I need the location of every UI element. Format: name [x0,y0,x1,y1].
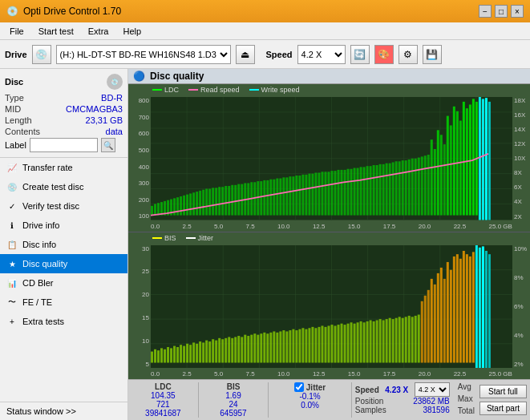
svg-rect-223 [427,289,430,362]
svg-rect-235 [466,254,468,362]
menu-file[interactable]: File [3,25,30,38]
sidebar-item-disc-info[interactable]: 📋 Disc info [0,235,127,254]
lower-y-labels-left: 30 25 20 15 10 5 [128,245,151,369]
svg-rect-19 [157,203,160,215]
minimize-button[interactable]: − [479,5,492,18]
svg-rect-51 [260,181,262,216]
status-window-button[interactable]: Status window >> [0,402,127,420]
x-label-l22-5: 22.5 [454,370,467,378]
drive-icon-btn[interactable]: 💿 [32,45,51,64]
svg-rect-39 [221,187,224,215]
svg-rect-151 [196,343,198,362]
start-part-button[interactable]: Start part [479,402,527,415]
svg-rect-42 [231,185,233,216]
disc-label-input[interactable] [30,138,98,152]
svg-rect-147 [183,345,185,362]
svg-rect-188 [314,328,317,362]
title-bar: 💿 Opti Drive Control 1.70 − □ × [0,0,530,22]
bis-legend: BIS [152,234,176,242]
disc-contents-label: Contents [5,127,40,136]
color-button[interactable]: 🎨 [374,45,394,64]
svg-rect-33 [202,190,204,216]
close-button[interactable]: × [511,5,524,18]
stats-panel: LDC 104.35 721 39841687 BIS 1.69 24 6459… [128,379,530,420]
svg-rect-215 [402,317,404,362]
svg-rect-145 [176,346,179,362]
menu-start-test[interactable]: Start test [32,25,80,38]
x-label-20: 20.0 [419,223,431,230]
save-button[interactable]: 💾 [423,45,442,64]
svg-rect-242 [488,254,491,368]
svg-rect-234 [463,250,465,362]
y-label-20: 20 [130,291,149,298]
stats-bis-max: 24 [202,400,265,409]
samples-row: Samples 381596 [355,406,450,414]
svg-rect-202 [360,321,362,362]
jitter-checkbox[interactable] [294,382,304,392]
disc-mid-value: CMCMAGBA3 [66,104,123,114]
svg-rect-141 [164,349,166,362]
drive-select[interactable]: (H:) HL-DT-ST BD-RE WH16NS48 1.D3 [56,45,231,64]
svg-rect-97 [408,160,411,216]
svg-rect-213 [395,317,398,362]
sidebar-item-disc-quality[interactable]: ★ Disc quality [0,254,127,273]
stats-main-row: LDC 104.35 721 39841687 BIS 1.69 24 6459… [131,382,527,418]
sidebar-item-transfer-rate[interactable]: 📈 Transfer rate [0,158,127,177]
speed-stat-select[interactable]: 4.2 X [415,382,450,397]
svg-rect-78 [347,169,350,216]
svg-rect-109 [447,116,449,216]
y-label-600: 600 [130,130,149,137]
svg-rect-107 [440,135,443,215]
sidebar-item-fe-te-label: FE / TE [22,297,52,307]
x-label-l12-5: 12.5 [313,370,326,378]
disc-quality-title: Disc quality [150,71,204,82]
y-label-2x: 2X [514,213,528,220]
action-buttons: Start full Start part [479,382,527,418]
svg-rect-44 [237,184,240,216]
svg-rect-25 [176,197,179,215]
sidebar-item-drive-info[interactable]: ℹ Drive info [0,216,127,235]
settings-button[interactable]: ⚙ [399,45,418,64]
stats-ldc-total: 39841687 [131,409,195,418]
fe-te-icon: 〜 [6,297,18,308]
svg-rect-65 [305,175,307,216]
title-bar-left: 💿 Opti Drive Control 1.70 [6,6,121,17]
sidebar-item-transfer-rate-label: Transfer rate [22,163,73,172]
svg-rect-178 [282,330,285,362]
stats-speed-col: Speed 4.23 X 4.2 X Position 23862 MB Sam… [355,382,453,418]
sidebar-item-verify-test-disc[interactable]: ✓ Verify test disc [0,196,127,216]
disc-mid-label: MID [5,104,21,114]
sidebar-item-create-test-disc[interactable]: 💿 Create test disc [0,177,127,196]
sidebar-item-cd-bler[interactable]: 📊 CD Bler [0,273,127,293]
svg-rect-187 [311,326,314,362]
menu-extra[interactable]: Extra [82,25,115,38]
svg-rect-201 [357,322,359,362]
disc-quality-panel-icon: 🔵 [133,71,145,82]
svg-rect-95 [402,160,404,215]
svg-rect-119 [479,97,481,220]
svg-rect-71 [324,172,326,215]
svg-rect-138 [154,349,156,362]
lower-y-labels-right: 10% 8% 6% 4% 2% [512,245,530,369]
upper-y-labels-right: 18X 16X 14X 12X 10X 8X 6X 4X 2X [512,97,530,220]
sidebar-item-extra-tests[interactable]: + Extra tests [0,312,127,331]
disc-label-search-btn[interactable]: 🔍 [101,138,115,152]
disc-contents-value: data [106,127,123,136]
svg-rect-101 [421,156,423,215]
svg-rect-94 [399,161,401,215]
refresh-button[interactable]: 🔄 [350,45,370,64]
y-label-500: 500 [130,147,149,154]
y-label-8x: 8X [514,169,528,176]
disc-length-row: Length 23,31 GB [5,115,123,125]
read-speed-legend: Read speed [188,86,240,94]
eject-button[interactable]: ⏏ [236,45,255,64]
speed-select[interactable]: 4.2 X [297,45,346,64]
start-full-button[interactable]: Start full [479,385,527,398]
maximize-button[interactable]: □ [495,5,508,18]
menu-help[interactable]: Help [116,25,148,38]
svg-rect-18 [154,204,156,215]
sidebar-item-fe-te[interactable]: 〜 FE / TE [0,293,127,312]
toolbar: Drive 💿 (H:) HL-DT-ST BD-RE WH16NS48 1.D… [0,40,530,69]
status-window-label: Status window >> [6,406,76,416]
row-labels: Avg Max Total [456,382,476,418]
